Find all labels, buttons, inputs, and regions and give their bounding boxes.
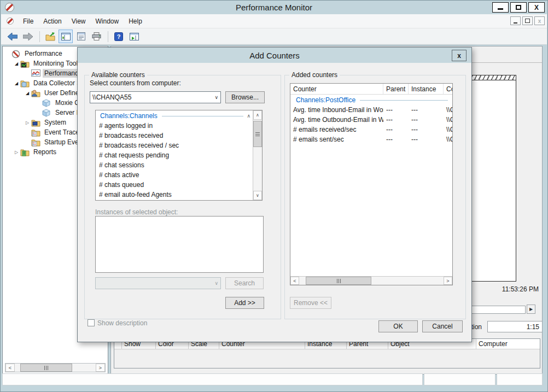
forward-button[interactable] — [21, 30, 35, 43]
collector-set-cube-icon — [42, 109, 51, 117]
title-bar: Performance Monitor X — [1, 1, 547, 14]
browse-button[interactable]: Browse... — [225, 91, 265, 103]
dialog-title: Add Counters — [249, 51, 300, 60]
export-button[interactable] — [43, 30, 57, 43]
maximize-button[interactable] — [510, 2, 527, 13]
dialog-close-button[interactable]: x — [452, 50, 467, 61]
status-section — [2, 373, 423, 385]
counter-item[interactable]: # broadcasts received — [96, 131, 253, 141]
added-table-header: Counter Parent Instance Computer — [290, 84, 452, 95]
added-counters-label: Added counters — [289, 71, 340, 79]
add-counters-dialog: Add Counters x Available counters Select… — [77, 47, 472, 342]
expander-closed-icon[interactable]: ▷ — [13, 150, 20, 155]
legend-col-computer[interactable]: Computer — [476, 339, 540, 349]
properties-icon — [77, 32, 85, 40]
perfmon-app-icon — [5, 3, 14, 12]
properties-button[interactable] — [74, 30, 88, 43]
show-description-checkbox[interactable] — [88, 319, 95, 326]
export-folder-icon — [45, 32, 55, 41]
help-button[interactable]: ? — [112, 30, 126, 43]
menu-file[interactable]: File — [18, 15, 38, 27]
tree-label: System — [43, 118, 68, 127]
back-button[interactable] — [5, 30, 20, 43]
scroll-left-icon[interactable]: < — [5, 364, 15, 372]
menu-action[interactable]: Action — [38, 15, 66, 27]
col-computer[interactable]: Computer — [444, 84, 452, 94]
available-counters-list[interactable]: Channels:Channels ∧ # agents logged in #… — [95, 110, 263, 201]
col-parent[interactable]: Parent — [383, 84, 409, 94]
counter-item[interactable]: # agents logged in — [96, 121, 253, 131]
menu-view[interactable]: View — [67, 15, 91, 27]
col-counter[interactable]: Counter — [290, 84, 383, 94]
expander-closed-icon[interactable]: ▷ — [24, 120, 31, 125]
menu-help[interactable]: Help — [124, 15, 147, 27]
mdi-restore-icon — [525, 19, 530, 23]
instances-list[interactable] — [95, 216, 264, 273]
minimize-button[interactable] — [492, 2, 509, 13]
svg-text:?: ? — [117, 33, 121, 40]
minimize-icon — [498, 8, 503, 10]
added-group-row[interactable]: Channels:PostOffice — [290, 95, 452, 105]
mdi-restore-button[interactable] — [522, 16, 533, 25]
expander-open-icon[interactable]: ◢ — [13, 61, 20, 66]
tree-horizontal-scrollbar[interactable]: < > — [5, 363, 106, 372]
performance-monitor-window: Performance Monitor X File Action View W… — [0, 0, 548, 392]
graph-scroll-right-icon[interactable]: ▶ — [527, 305, 535, 314]
user-defined-icon — [31, 89, 40, 97]
perfmon-root-icon — [11, 50, 21, 58]
print-button[interactable] — [89, 30, 103, 43]
menu-window[interactable]: Window — [91, 15, 124, 27]
counter-group-row[interactable]: Channels:Channels ∧ — [96, 110, 253, 121]
computer-combobox-value: \\CHANQA55 — [92, 93, 131, 101]
scrollbar-thumb[interactable] — [253, 121, 262, 147]
scroll-down-icon[interactable]: ∨ — [253, 191, 262, 200]
tree-label: Monitoring Tools — [32, 59, 83, 68]
counter-item[interactable]: # email auto-feed Agents — [96, 190, 253, 200]
ok-button[interactable]: OK — [378, 320, 418, 332]
counter-item[interactable]: # chats active — [96, 170, 253, 180]
collapse-group-icon[interactable]: ∧ — [247, 113, 253, 119]
added-table-scrollbar[interactable]: < > — [290, 276, 452, 285]
mdi-minimize-button[interactable] — [510, 16, 521, 25]
remove-button[interactable]: Remove << — [290, 297, 331, 309]
cancel-button[interactable]: Cancel — [422, 320, 463, 332]
graph-time-label: 11:53:26 PM — [502, 285, 539, 293]
maximize-icon — [516, 5, 521, 10]
added-counters-table[interactable]: Counter Parent Instance Computer Channel… — [290, 83, 453, 285]
chevron-down-icon[interactable]: ∨ — [214, 95, 218, 100]
mdi-close-button[interactable]: x — [534, 16, 545, 25]
added-counter-row[interactable]: Avg. time Outbound-Email in W... --- ---… — [290, 115, 452, 125]
added-counter-row[interactable]: # emails sent/sec --- --- \\CHANQA55 — [290, 134, 452, 144]
added-counter-row[interactable]: Avg. time Inbound-Email in Wor... --- --… — [290, 105, 452, 115]
scroll-right-icon[interactable]: > — [96, 364, 105, 372]
expander-open-icon[interactable]: ◢ — [13, 81, 20, 86]
added-counter-row[interactable]: # emails received/sec --- --- \\CHANQA55 — [290, 125, 452, 134]
col-instance[interactable]: Instance — [409, 84, 444, 94]
dialog-close-icon: x — [457, 52, 461, 60]
scroll-right-icon[interactable]: > — [444, 277, 452, 285]
scroll-left-icon[interactable]: < — [290, 277, 299, 285]
new-window-icon — [130, 33, 139, 40]
counter-item[interactable]: # chat requests pending — [96, 150, 253, 160]
scrollbar-thumb[interactable] — [306, 277, 371, 285]
search-button[interactable]: Search — [225, 277, 264, 289]
window-title: Performance Monitor — [1, 3, 547, 12]
new-window-button[interactable] — [127, 30, 141, 43]
computer-combobox[interactable]: \\CHANQA55 ∨ — [90, 91, 221, 103]
collector-set-cube-icon — [42, 99, 51, 107]
close-button[interactable]: X — [528, 2, 545, 13]
counter-item[interactable]: # chats queued — [96, 180, 253, 190]
printer-icon — [92, 32, 101, 40]
monitoring-tools-folder-icon — [20, 60, 30, 68]
console-tree-icon — [61, 33, 71, 40]
toolbar: ? — [1, 28, 547, 45]
scroll-up-icon[interactable]: ∧ — [253, 110, 262, 120]
expander-open-icon[interactable]: ◢ — [24, 91, 31, 96]
counter-item[interactable]: # broadcasts received / sec — [96, 141, 253, 150]
scrollbar-thumb[interactable] — [20, 364, 72, 372]
show-description-label: Show description — [97, 319, 147, 327]
available-list-scrollbar[interactable]: ∧ ∨ — [253, 110, 262, 200]
counter-item[interactable]: # chat sessions — [96, 160, 253, 170]
console-tree-toggle-button[interactable] — [59, 30, 73, 43]
add-button[interactable]: Add >> — [225, 297, 264, 309]
